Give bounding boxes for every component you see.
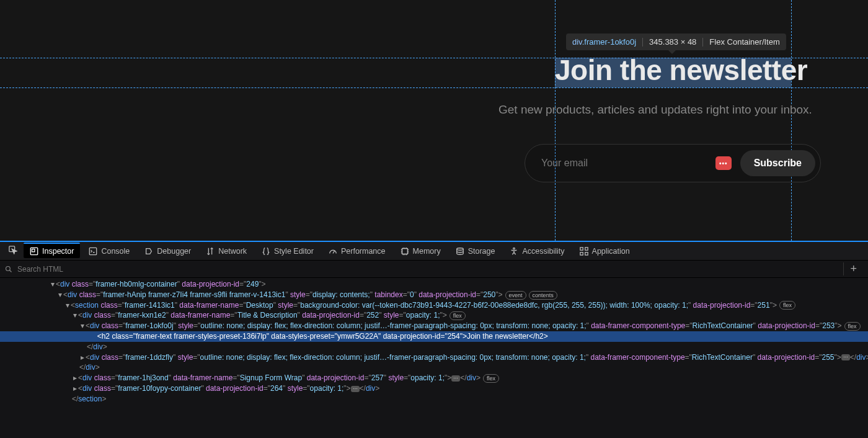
tab-accessibility[interactable]: Accessibility [503, 244, 570, 258]
style-editor-icon [262, 247, 270, 256]
network-icon [206, 247, 215, 256]
dom-node[interactable]: ▾<div class="framer-kxn1e2" data-framer-… [0, 310, 868, 321]
performance-icon [329, 247, 337, 256]
dom-node-close[interactable]: </div> [0, 342, 868, 352]
tab-memory[interactable]: Memory [394, 244, 447, 258]
search-html-input[interactable] [17, 265, 838, 274]
password-manager-icon[interactable]: ••• [715, 156, 732, 170]
tab-performance[interactable]: Performance [322, 244, 392, 258]
guide-vertical [555, 0, 556, 241]
signup-form: ••• Subscribe [525, 144, 821, 182]
html-search-bar: + [0, 261, 868, 278]
svg-rect-7 [580, 247, 582, 249]
storage-icon [456, 247, 464, 256]
tab-inspector[interactable]: Inspector [24, 243, 80, 258]
tooltip-tag: div [572, 37, 582, 47]
dom-node-close[interactable]: </div> [0, 362, 868, 373]
dom-node[interactable]: ▸<div class="framer-1ddzfly" style="outl… [0, 352, 868, 363]
tab-style-editor[interactable]: Style Editor [255, 244, 320, 258]
tab-debugger[interactable]: Debugger [138, 244, 197, 258]
inspector-icon [30, 247, 38, 256]
debugger-icon [144, 247, 153, 256]
tab-console[interactable]: Console [82, 244, 136, 258]
svg-rect-2 [32, 249, 35, 252]
devtools-toolbar: Inspector Console Debugger Network Style… [0, 241, 868, 261]
dom-node[interactable]: ▸<div class="framer-10foypy-container" d… [0, 383, 868, 394]
svg-point-6 [513, 248, 515, 249]
inspector-tooltip: div.framer-1okfo0j 345.383 × 48 Flex Con… [566, 34, 786, 50]
inspected-page: div.framer-1okfo0j 345.383 × 48 Flex Con… [0, 0, 868, 241]
dom-node-close[interactable]: </section> [0, 394, 868, 404]
dom-node[interactable]: ▾<section class="framer-1413ic1" data-fr… [0, 300, 868, 311]
dom-node[interactable]: ▸<div class="framer-1hj3ond" data-framer… [0, 373, 868, 383]
guide-vertical [791, 0, 792, 241]
tooltip-layout: Flex Container/Item [709, 37, 779, 47]
tooltip-dimensions: 345.383 × 48 [649, 37, 696, 47]
dom-node-selected[interactable]: <h2 class="framer-text framer-styles-pre… [0, 331, 868, 342]
svg-rect-9 [580, 252, 582, 254]
svg-rect-8 [585, 247, 587, 249]
tab-network[interactable]: Network [200, 244, 253, 258]
email-input[interactable] [541, 158, 707, 169]
dom-node[interactable]: ▾<div class="framer-hAnip framer-z7Ii4 f… [0, 290, 868, 300]
tab-application[interactable]: Application [574, 244, 636, 258]
element-picker-icon[interactable] [5, 243, 21, 259]
accessibility-icon [510, 247, 518, 256]
subscribe-button[interactable]: Subscribe [740, 150, 815, 176]
memory-icon [401, 247, 409, 256]
dom-node[interactable]: ▾<div class="framer-hb0mlg-container" da… [0, 279, 868, 290]
svg-rect-10 [585, 252, 587, 254]
svg-point-5 [456, 248, 463, 250]
dom-tree[interactable]: ▾<div class="framer-hb0mlg-container" da… [0, 278, 868, 438]
newsletter-subheading: Get new products, articles and updates r… [498, 103, 812, 117]
application-icon [580, 247, 588, 256]
tab-storage[interactable]: Storage [450, 244, 502, 258]
svg-point-11 [6, 266, 11, 270]
console-icon [89, 247, 97, 256]
svg-rect-4 [402, 248, 407, 254]
dom-node[interactable]: ▾<div class="framer-1okfo0j" style="outl… [0, 321, 868, 331]
tooltip-class: .framer-1okfo0j [582, 37, 636, 47]
search-icon [5, 266, 12, 273]
add-node-button[interactable]: + [843, 262, 863, 275]
guide-horizontal [0, 87, 868, 88]
svg-rect-3 [90, 248, 97, 254]
newsletter-heading: Join the newsletter [555, 53, 807, 87]
